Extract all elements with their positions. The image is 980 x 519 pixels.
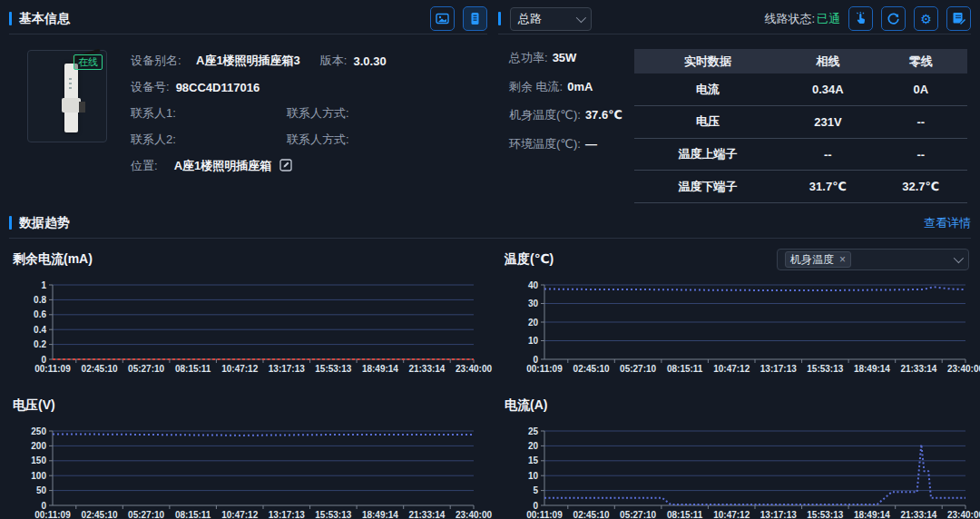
svg-text:05:27:10: 05:27:10 bbox=[128, 364, 164, 374]
line-selector-value: 总路 bbox=[518, 11, 542, 27]
svg-text:20: 20 bbox=[528, 441, 539, 451]
temperature-plot: 01020304000:11:0902:45:1005:27:1008:15:1… bbox=[505, 279, 973, 376]
edit-location-button[interactable] bbox=[279, 159, 292, 174]
refresh-button[interactable] bbox=[881, 6, 906, 31]
sn-label: 设备号: bbox=[131, 79, 170, 95]
contact2-method-label: 联系人方式: bbox=[287, 132, 349, 148]
device-info-fields: 设备别名: A座1楼照明插座箱3 版本: 3.0.30 设备号: 98CC4D1… bbox=[131, 50, 484, 184]
svg-text:23:40:00: 23:40:00 bbox=[947, 364, 980, 374]
line-status-label: 线路状态: bbox=[764, 11, 815, 27]
svg-text:1: 1 bbox=[41, 280, 46, 290]
svg-text:20: 20 bbox=[528, 318, 539, 328]
svg-text:18:49:14: 18:49:14 bbox=[854, 364, 890, 374]
version-value: 3.0.30 bbox=[353, 54, 386, 68]
realtime-table: 实时数据 相线 零线 电流 0.34A 0A 电压 23 bbox=[634, 49, 967, 203]
line-data-header: 总路 线路状态: 已通 bbox=[498, 4, 971, 34]
edit-icon bbox=[279, 159, 292, 174]
svg-text:150: 150 bbox=[31, 455, 46, 465]
svg-text:50: 50 bbox=[36, 485, 47, 495]
manual-control-button[interactable] bbox=[848, 6, 873, 31]
svg-text:5: 5 bbox=[533, 485, 538, 495]
svg-text:0.4: 0.4 bbox=[34, 325, 46, 335]
svg-text:00:11:09: 00:11:09 bbox=[34, 364, 71, 374]
th-neutral: 零线 bbox=[875, 49, 967, 73]
document-edit-icon bbox=[952, 12, 965, 25]
svg-text:00:11:09: 00:11:09 bbox=[526, 364, 563, 374]
trend-title: 数据趋势 bbox=[19, 215, 70, 231]
line-status-value: 已通 bbox=[817, 11, 840, 27]
svg-text:21:33:14: 21:33:14 bbox=[900, 364, 936, 374]
svg-text:21:33:14: 21:33:14 bbox=[408, 510, 445, 519]
svg-text:13:17:13: 13:17:13 bbox=[269, 364, 305, 374]
table-header-row: 实时数据 相线 零线 bbox=[634, 49, 967, 73]
svg-text:23:40:00: 23:40:00 bbox=[456, 510, 492, 519]
contact1-method-label: 联系人方式: bbox=[287, 105, 349, 122]
svg-text:200: 200 bbox=[31, 441, 46, 451]
table-row: 电流 0.34A 0A bbox=[634, 73, 967, 106]
device-area: 在线 设备别名: A座1楼照明插座箱3 版本: 3.0.30 设备号: 98CC… bbox=[9, 34, 487, 184]
alias-label: 设备别名: bbox=[131, 53, 181, 69]
svg-text:0.6: 0.6 bbox=[34, 309, 46, 319]
device-detail-page: 基本信息 bbox=[0, 0, 980, 519]
svg-text:21:33:14: 21:33:14 bbox=[900, 510, 936, 519]
svg-text:18:49:14: 18:49:14 bbox=[362, 364, 398, 374]
section-accent-bar bbox=[9, 216, 12, 230]
svg-text:08:15:11: 08:15:11 bbox=[667, 510, 703, 519]
charts-grid: 剩余电流(mA) 00.20.40.60.8100:11:0902:45:100… bbox=[9, 239, 971, 519]
device-view-button[interactable] bbox=[463, 6, 487, 31]
svg-text:23:40:00: 23:40:00 bbox=[947, 510, 980, 519]
th-phase: 相线 bbox=[781, 49, 874, 73]
metric-residual-current: 剩余 电流:0mA bbox=[509, 78, 634, 96]
image-icon bbox=[436, 12, 449, 25]
table-row: 温度下端子 31.7℃ 32.7℃ bbox=[634, 171, 967, 203]
view-details-link[interactable]: 查看详情 bbox=[924, 215, 971, 231]
refresh-icon bbox=[887, 12, 900, 25]
svg-text:0.8: 0.8 bbox=[34, 295, 46, 305]
temperature-series-select[interactable]: 机身温度 × bbox=[777, 249, 969, 270]
device-image-button[interactable] bbox=[430, 6, 455, 31]
svg-text:10:47:12: 10:47:12 bbox=[713, 364, 750, 374]
voltage-plot: 05010015020025000:11:0902:45:1005:27:100… bbox=[13, 426, 481, 519]
metric-ambient-temp: 环境温度(℃):— bbox=[509, 135, 634, 153]
sn-value: 98CC4D117016 bbox=[176, 81, 260, 94]
svg-text:250: 250 bbox=[31, 426, 46, 436]
svg-text:40: 40 bbox=[528, 280, 539, 290]
metric-total-power: 总功率:35W bbox=[509, 49, 634, 67]
device-photo: 在线 bbox=[27, 50, 107, 142]
svg-text:0: 0 bbox=[533, 355, 538, 365]
svg-text:15:53:13: 15:53:13 bbox=[315, 510, 351, 519]
chevron-down-icon bbox=[576, 12, 586, 22]
report-button[interactable] bbox=[946, 6, 971, 31]
svg-text:0: 0 bbox=[533, 501, 538, 511]
svg-text:05:27:10: 05:27:10 bbox=[620, 510, 656, 519]
selected-series-tag: 机身温度 × bbox=[785, 251, 851, 268]
line-data-card: 总路 线路状态: 已通 bbox=[498, 4, 971, 203]
line-metrics: 总功率:35W 剩余 电流:0mA 机身温度(℃):37.6℃ 环境温度(℃):… bbox=[509, 49, 634, 203]
svg-text:10: 10 bbox=[528, 471, 539, 481]
remove-tag-icon[interactable]: × bbox=[839, 252, 846, 267]
svg-text:10:47:12: 10:47:12 bbox=[221, 364, 258, 374]
svg-text:0.2: 0.2 bbox=[34, 339, 46, 349]
svg-text:00:11:09: 00:11:09 bbox=[34, 510, 71, 519]
svg-text:02:45:10: 02:45:10 bbox=[82, 364, 118, 374]
line-status: 线路状态: 已通 bbox=[764, 11, 840, 27]
chart-title: 温度(℃) bbox=[505, 251, 554, 268]
section-accent-bar bbox=[9, 12, 12, 25]
svg-text:0: 0 bbox=[41, 501, 46, 511]
svg-text:18:49:14: 18:49:14 bbox=[854, 510, 890, 519]
svg-text:08:15:11: 08:15:11 bbox=[175, 364, 211, 374]
chart-temperature: 温度(℃) 机身温度 × 01020304000:11:0902:45:1005… bbox=[505, 248, 973, 376]
svg-text:13:17:13: 13:17:13 bbox=[760, 364, 797, 374]
chart-title: 剩余电流(mA) bbox=[13, 251, 93, 268]
device-icon bbox=[468, 12, 482, 25]
svg-text:15:53:13: 15:53:13 bbox=[315, 364, 351, 374]
svg-text:10:47:12: 10:47:12 bbox=[221, 510, 258, 519]
svg-text:15:53:13: 15:53:13 bbox=[807, 510, 843, 519]
location-value: A座1楼照明插座箱 bbox=[174, 158, 272, 174]
basic-info-title: 基本信息 bbox=[19, 11, 70, 27]
settings-button[interactable]: ⚙ bbox=[914, 6, 938, 31]
svg-text:25: 25 bbox=[528, 426, 539, 436]
alias-value: A座1楼照明插座箱3 bbox=[196, 53, 300, 69]
line-selector-dropdown[interactable]: 总路 bbox=[510, 7, 592, 31]
version-label: 版本: bbox=[320, 53, 348, 69]
